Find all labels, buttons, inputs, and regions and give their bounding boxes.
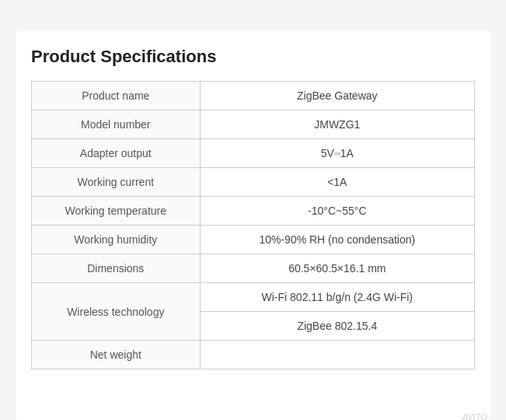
spec-label: Net weight <box>32 341 201 369</box>
avito-watermark: ·AVITO <box>460 412 487 420</box>
table-row: Model numberJMWZG1 <box>32 110 475 139</box>
table-row: Working current<1A <box>32 168 475 197</box>
specs-table: Product nameZigBee GatewayModel numberJM… <box>31 81 475 369</box>
spec-value: <1A <box>200 168 474 197</box>
spec-value: Wi-Fi 802.11 b/g/n (2.4G Wi-Fi) <box>200 283 474 312</box>
spec-value: 5V⎓1A <box>200 139 474 168</box>
page-container: Product Specifications Product nameZigBe… <box>16 31 490 420</box>
table-row: Working temperature-10°C~55°C <box>32 197 475 226</box>
spec-label: Product name <box>32 82 201 110</box>
spec-value: JMWZG1 <box>200 110 474 139</box>
spec-value: ZigBee 802.15.4 <box>200 312 474 341</box>
spec-value: -10°C~55°C <box>200 197 474 226</box>
spec-value <box>200 341 474 369</box>
table-row: Working humidity10%-90% RH (no condensat… <box>32 226 475 254</box>
spec-label: Adapter output <box>32 139 201 168</box>
table-row: Net weight <box>32 341 475 369</box>
spec-label: Model number <box>32 110 201 139</box>
spec-label: Working humidity <box>32 226 201 254</box>
spec-value: 60.5×60.5×16.1 mm <box>200 254 474 283</box>
spec-label: Working temperature <box>32 197 201 226</box>
page-title: Product Specifications <box>31 47 475 67</box>
table-row: Adapter output5V⎓1A <box>32 139 475 168</box>
spec-value: ZigBee Gateway <box>200 82 474 110</box>
spec-value: 10%-90% RH (no condensation) <box>200 226 474 254</box>
page-wrapper: Product Specifications Product nameZigBe… <box>0 16 506 420</box>
table-row: Wireless technologyWi-Fi 802.11 b/g/n (2… <box>32 283 475 312</box>
table-row: Dimensions60.5×60.5×16.1 mm <box>32 254 475 283</box>
table-row: Product nameZigBee Gateway <box>32 82 475 110</box>
spec-label: Working current <box>32 168 201 197</box>
spec-label: Wireless technology <box>32 283 201 341</box>
spec-label: Dimensions <box>32 254 201 283</box>
